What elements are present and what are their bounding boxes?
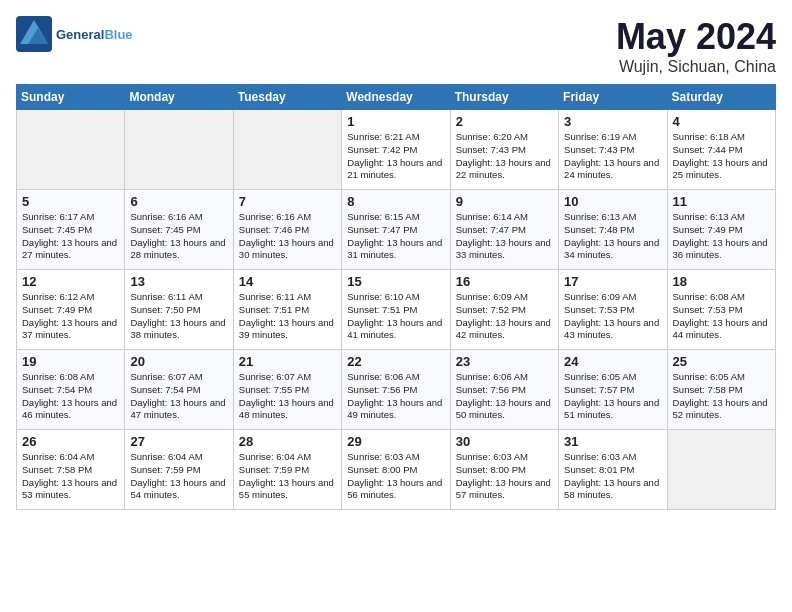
day-number: 19 [22, 354, 119, 369]
calendar-cell: 7Sunrise: 6:16 AM Sunset: 7:46 PM Daylig… [233, 190, 341, 270]
calendar-cell [233, 110, 341, 190]
day-number: 22 [347, 354, 444, 369]
day-number: 29 [347, 434, 444, 449]
day-info: Sunrise: 6:03 AM Sunset: 8:00 PM Dayligh… [456, 451, 553, 502]
day-info: Sunrise: 6:03 AM Sunset: 8:00 PM Dayligh… [347, 451, 444, 502]
calendar-cell: 1Sunrise: 6:21 AM Sunset: 7:42 PM Daylig… [342, 110, 450, 190]
calendar-cell: 25Sunrise: 6:05 AM Sunset: 7:58 PM Dayli… [667, 350, 775, 430]
day-info: Sunrise: 6:06 AM Sunset: 7:56 PM Dayligh… [456, 371, 553, 422]
day-info: Sunrise: 6:15 AM Sunset: 7:47 PM Dayligh… [347, 211, 444, 262]
day-number: 10 [564, 194, 661, 209]
weekday-header: Friday [559, 85, 667, 110]
day-number: 23 [456, 354, 553, 369]
day-info: Sunrise: 6:13 AM Sunset: 7:48 PM Dayligh… [564, 211, 661, 262]
calendar-cell: 15Sunrise: 6:10 AM Sunset: 7:51 PM Dayli… [342, 270, 450, 350]
day-number: 13 [130, 274, 227, 289]
calendar-title: May 2024 [616, 16, 776, 58]
day-number: 5 [22, 194, 119, 209]
calendar-week-row: 26Sunrise: 6:04 AM Sunset: 7:58 PM Dayli… [17, 430, 776, 510]
calendar-cell: 14Sunrise: 6:11 AM Sunset: 7:51 PM Dayli… [233, 270, 341, 350]
day-number: 24 [564, 354, 661, 369]
day-info: Sunrise: 6:17 AM Sunset: 7:45 PM Dayligh… [22, 211, 119, 262]
calendar-cell: 13Sunrise: 6:11 AM Sunset: 7:50 PM Dayli… [125, 270, 233, 350]
calendar-week-row: 5Sunrise: 6:17 AM Sunset: 7:45 PM Daylig… [17, 190, 776, 270]
calendar-cell: 26Sunrise: 6:04 AM Sunset: 7:58 PM Dayli… [17, 430, 125, 510]
calendar-cell: 5Sunrise: 6:17 AM Sunset: 7:45 PM Daylig… [17, 190, 125, 270]
calendar-cell: 19Sunrise: 6:08 AM Sunset: 7:54 PM Dayli… [17, 350, 125, 430]
calendar-cell: 24Sunrise: 6:05 AM Sunset: 7:57 PM Dayli… [559, 350, 667, 430]
calendar-week-row: 19Sunrise: 6:08 AM Sunset: 7:54 PM Dayli… [17, 350, 776, 430]
logo-icon [16, 16, 52, 52]
day-number: 6 [130, 194, 227, 209]
weekday-header: Sunday [17, 85, 125, 110]
day-info: Sunrise: 6:18 AM Sunset: 7:44 PM Dayligh… [673, 131, 770, 182]
day-info: Sunrise: 6:19 AM Sunset: 7:43 PM Dayligh… [564, 131, 661, 182]
day-number: 31 [564, 434, 661, 449]
calendar-week-row: 12Sunrise: 6:12 AM Sunset: 7:49 PM Dayli… [17, 270, 776, 350]
day-number: 26 [22, 434, 119, 449]
weekday-header: Thursday [450, 85, 558, 110]
calendar-cell: 21Sunrise: 6:07 AM Sunset: 7:55 PM Dayli… [233, 350, 341, 430]
calendar-cell: 4Sunrise: 6:18 AM Sunset: 7:44 PM Daylig… [667, 110, 775, 190]
day-number: 14 [239, 274, 336, 289]
day-number: 21 [239, 354, 336, 369]
day-number: 7 [239, 194, 336, 209]
day-info: Sunrise: 6:07 AM Sunset: 7:55 PM Dayligh… [239, 371, 336, 422]
day-info: Sunrise: 6:05 AM Sunset: 7:57 PM Dayligh… [564, 371, 661, 422]
day-info: Sunrise: 6:06 AM Sunset: 7:56 PM Dayligh… [347, 371, 444, 422]
day-info: Sunrise: 6:05 AM Sunset: 7:58 PM Dayligh… [673, 371, 770, 422]
weekday-header: Monday [125, 85, 233, 110]
title-area: May 2024 Wujin, Sichuan, China [616, 16, 776, 76]
calendar-cell: 6Sunrise: 6:16 AM Sunset: 7:45 PM Daylig… [125, 190, 233, 270]
day-number: 28 [239, 434, 336, 449]
calendar-cell [125, 110, 233, 190]
calendar-cell: 3Sunrise: 6:19 AM Sunset: 7:43 PM Daylig… [559, 110, 667, 190]
calendar-cell: 29Sunrise: 6:03 AM Sunset: 8:00 PM Dayli… [342, 430, 450, 510]
day-number: 3 [564, 114, 661, 129]
day-info: Sunrise: 6:11 AM Sunset: 7:51 PM Dayligh… [239, 291, 336, 342]
day-info: Sunrise: 6:09 AM Sunset: 7:52 PM Dayligh… [456, 291, 553, 342]
day-number: 15 [347, 274, 444, 289]
calendar-cell: 30Sunrise: 6:03 AM Sunset: 8:00 PM Dayli… [450, 430, 558, 510]
logo: GeneralBlue [16, 16, 133, 52]
day-number: 8 [347, 194, 444, 209]
day-info: Sunrise: 6:14 AM Sunset: 7:47 PM Dayligh… [456, 211, 553, 262]
day-info: Sunrise: 6:03 AM Sunset: 8:01 PM Dayligh… [564, 451, 661, 502]
day-number: 16 [456, 274, 553, 289]
day-info: Sunrise: 6:16 AM Sunset: 7:45 PM Dayligh… [130, 211, 227, 262]
day-info: Sunrise: 6:04 AM Sunset: 7:58 PM Dayligh… [22, 451, 119, 502]
calendar-cell: 16Sunrise: 6:09 AM Sunset: 7:52 PM Dayli… [450, 270, 558, 350]
day-number: 2 [456, 114, 553, 129]
calendar-cell: 31Sunrise: 6:03 AM Sunset: 8:01 PM Dayli… [559, 430, 667, 510]
day-info: Sunrise: 6:04 AM Sunset: 7:59 PM Dayligh… [239, 451, 336, 502]
calendar-cell: 18Sunrise: 6:08 AM Sunset: 7:53 PM Dayli… [667, 270, 775, 350]
logo-line1: GeneralBlue [56, 27, 133, 42]
calendar-header: GeneralBlue May 2024 Wujin, Sichuan, Chi… [16, 16, 776, 76]
calendar-cell: 22Sunrise: 6:06 AM Sunset: 7:56 PM Dayli… [342, 350, 450, 430]
calendar-table: SundayMondayTuesdayWednesdayThursdayFrid… [16, 84, 776, 510]
calendar-cell [17, 110, 125, 190]
calendar-subtitle: Wujin, Sichuan, China [616, 58, 776, 76]
calendar-cell: 8Sunrise: 6:15 AM Sunset: 7:47 PM Daylig… [342, 190, 450, 270]
calendar-cell: 20Sunrise: 6:07 AM Sunset: 7:54 PM Dayli… [125, 350, 233, 430]
day-number: 11 [673, 194, 770, 209]
day-number: 27 [130, 434, 227, 449]
day-info: Sunrise: 6:09 AM Sunset: 7:53 PM Dayligh… [564, 291, 661, 342]
calendar-cell: 27Sunrise: 6:04 AM Sunset: 7:59 PM Dayli… [125, 430, 233, 510]
calendar-cell: 12Sunrise: 6:12 AM Sunset: 7:49 PM Dayli… [17, 270, 125, 350]
day-info: Sunrise: 6:20 AM Sunset: 7:43 PM Dayligh… [456, 131, 553, 182]
calendar-cell: 23Sunrise: 6:06 AM Sunset: 7:56 PM Dayli… [450, 350, 558, 430]
calendar-cell [667, 430, 775, 510]
weekday-header: Wednesday [342, 85, 450, 110]
calendar-cell: 9Sunrise: 6:14 AM Sunset: 7:47 PM Daylig… [450, 190, 558, 270]
day-info: Sunrise: 6:08 AM Sunset: 7:53 PM Dayligh… [673, 291, 770, 342]
day-number: 20 [130, 354, 227, 369]
day-info: Sunrise: 6:12 AM Sunset: 7:49 PM Dayligh… [22, 291, 119, 342]
day-number: 17 [564, 274, 661, 289]
weekday-header: Tuesday [233, 85, 341, 110]
day-info: Sunrise: 6:04 AM Sunset: 7:59 PM Dayligh… [130, 451, 227, 502]
day-number: 25 [673, 354, 770, 369]
day-number: 1 [347, 114, 444, 129]
weekday-header-row: SundayMondayTuesdayWednesdayThursdayFrid… [17, 85, 776, 110]
calendar-cell: 28Sunrise: 6:04 AM Sunset: 7:59 PM Dayli… [233, 430, 341, 510]
